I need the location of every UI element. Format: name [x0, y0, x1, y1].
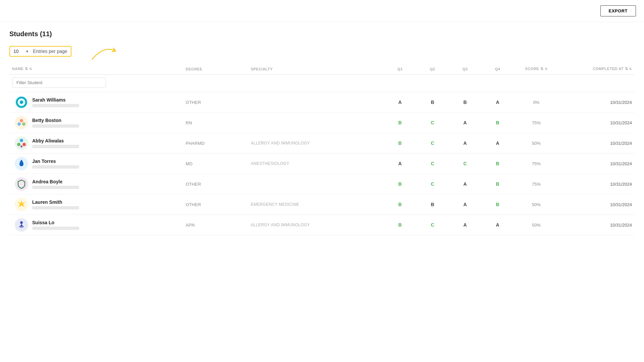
score-cell: 50%: [514, 133, 558, 154]
q4-cell: B: [481, 113, 514, 133]
degree-cell: RN: [183, 113, 248, 133]
entries-per-page-label: Entries per page: [33, 49, 67, 54]
student-cell: Suissa Lo: [12, 215, 180, 235]
col-header-specialty: SPECIALTY: [248, 63, 384, 75]
completed-at-cell: 10/31/2024: [558, 133, 635, 154]
q3-cell: A: [449, 215, 481, 235]
specialty-cell: [248, 174, 384, 194]
completed-at-cell: 10/31/2024: [558, 113, 635, 133]
q4-cell: B: [481, 174, 514, 194]
avatar: [15, 177, 28, 191]
q2-cell: C: [416, 215, 449, 235]
score-cell: 75%: [514, 154, 558, 174]
avatar: [15, 96, 28, 109]
table-row[interactable]: Andrea Boyle OTHER B C A B 75% 10/31/202…: [9, 174, 635, 194]
student-name: Sarah Williams: [32, 97, 79, 103]
degree-cell: PHARMD: [183, 133, 248, 154]
col-header-q4: Q4: [481, 63, 514, 75]
svg-point-8: [17, 143, 20, 146]
q1-cell: B: [384, 113, 416, 133]
completed-at-cell: 10/31/2024: [558, 215, 635, 235]
q2-cell: C: [416, 133, 449, 154]
specialty-cell: [248, 113, 384, 133]
degree-cell: OTHER: [183, 92, 248, 113]
completed-at-cell: 10/31/2024: [558, 154, 635, 174]
q2-cell: B: [416, 92, 449, 113]
svg-point-7: [22, 143, 26, 146]
degree-cell: MD: [183, 154, 248, 174]
students-table-wrapper: NAME ⇅ DEGREE SPECIALTY Q1 Q2 Q3 Q4 SCOR…: [9, 63, 635, 235]
table-row[interactable]: Jan Torres MD ANESTHESIOLOGY A C C B 75%…: [9, 154, 635, 174]
q2-cell: B: [416, 194, 449, 215]
entries-per-page-select[interactable]: 10 25 50 100: [13, 49, 27, 54]
col-header-score[interactable]: SCORE ⇅: [514, 63, 558, 75]
avatar: [15, 198, 28, 211]
student-name: Jan Torres: [32, 159, 79, 164]
q3-cell: C: [449, 154, 481, 174]
student-sub-text: [32, 145, 79, 148]
q1-cell: B: [384, 215, 416, 235]
avatar: [15, 136, 28, 150]
export-button[interactable]: EXPORT: [600, 5, 636, 16]
q4-cell: B: [481, 154, 514, 174]
q3-cell: A: [449, 133, 481, 154]
q2-cell: C: [416, 154, 449, 174]
q1-cell: B: [384, 194, 416, 215]
student-sub-text: [32, 227, 79, 230]
col-header-degree: DEGREE: [183, 63, 248, 75]
table-row[interactable]: Lauren Smith OTHER EMERGENCY MEDICINE B …: [9, 194, 635, 215]
svg-point-6: [20, 139, 23, 142]
main-content: Students (11) 10 25 50 100 ▼ Entries per…: [0, 22, 644, 243]
q2-cell: C: [416, 113, 449, 133]
student-sub-text: [32, 165, 79, 169]
svg-point-1: [20, 101, 23, 104]
col-header-name[interactable]: NAME ⇅: [9, 63, 183, 75]
specialty-cell: ALLERGY AND IMMUNOLOGY: [248, 133, 384, 154]
q4-cell: A: [481, 133, 514, 154]
degree-cell: APN: [183, 215, 248, 235]
q1-cell: B: [384, 133, 416, 154]
avatar: [15, 157, 28, 170]
students-table: NAME ⇅ DEGREE SPECIALTY Q1 Q2 Q3 Q4 SCOR…: [9, 63, 635, 235]
svg-point-9: [20, 145, 22, 147]
q4-cell: A: [481, 215, 514, 235]
student-name: Andrea Boyle: [32, 179, 79, 184]
controls-row: 10 25 50 100 ▼ Entries per page: [9, 46, 635, 57]
table-row[interactable]: Betty Boston RN B C A B 75% 10/31/2024: [9, 113, 635, 133]
q3-cell: A: [449, 174, 481, 194]
degree-cell: OTHER: [183, 174, 248, 194]
student-name: Suissa Lo: [32, 220, 79, 225]
q3-cell: A: [449, 194, 481, 215]
col-header-q3: Q3: [449, 63, 481, 75]
student-cell: Betty Boston: [12, 113, 180, 133]
filter-student-input[interactable]: [12, 77, 106, 88]
table-row[interactable]: Abby Aliwalas PHARMD ALLERGY AND IMMUNOL…: [9, 133, 635, 154]
entries-select-wrapper: 10 25 50 100 ▼ Entries per page: [9, 46, 71, 57]
q3-cell: B: [449, 92, 481, 113]
score-cell: 50%: [514, 215, 558, 235]
score-cell: 0%: [514, 92, 558, 113]
specialty-cell: ANESTHESIOLOGY: [248, 154, 384, 174]
score-cell: 50%: [514, 194, 558, 215]
degree-cell: OTHER: [183, 194, 248, 215]
q1-cell: A: [384, 154, 416, 174]
completed-at-cell: 10/31/2024: [558, 174, 635, 194]
student-cell: Lauren Smith: [12, 194, 180, 215]
q1-cell: A: [384, 92, 416, 113]
score-cell: 75%: [514, 113, 558, 133]
student-name: Lauren Smith: [32, 199, 79, 205]
specialty-cell: ALLERGY AND IMMUNOLOGY: [248, 215, 384, 235]
completed-at-cell: 10/31/2024: [558, 194, 635, 215]
svg-point-5: [17, 122, 21, 126]
student-cell: Sarah Williams: [12, 92, 180, 112]
svg-point-2: [16, 117, 27, 128]
student-cell: Abby Aliwalas: [12, 133, 180, 153]
top-bar: EXPORT: [0, 0, 644, 22]
table-row[interactable]: Sarah Williams OTHER A B B A 0% 10/31/20…: [9, 92, 635, 113]
col-header-completed-at[interactable]: COMPLETED AT ⇅: [558, 63, 635, 75]
student-sub-text: [32, 206, 79, 209]
col-header-q1: Q1: [384, 63, 416, 75]
page-title: Students (11): [9, 30, 635, 38]
table-header-row: NAME ⇅ DEGREE SPECIALTY Q1 Q2 Q3 Q4 SCOR…: [9, 63, 635, 75]
table-row[interactable]: Suissa Lo APN ALLERGY AND IMMUNOLOGY B C…: [9, 215, 635, 235]
